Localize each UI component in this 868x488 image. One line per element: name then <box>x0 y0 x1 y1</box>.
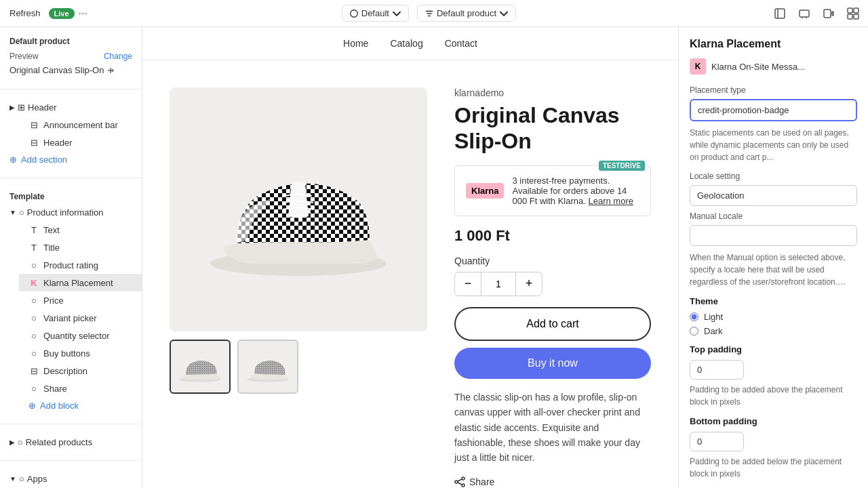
header-expand[interactable]: ▶ ⊞ Header <box>0 99 142 116</box>
quantity-increase[interactable]: + <box>515 272 542 296</box>
add-section-btn-1[interactable]: ⊕ Add section <box>0 151 142 168</box>
svg-rect-6 <box>854 8 859 13</box>
svg-rect-7 <box>848 14 852 19</box>
icon-btn-2[interactable] <box>795 4 814 23</box>
sidebar-related-section: ▶ ○ Related products <box>0 428 142 456</box>
preview-nav: Home Catalog Contact <box>142 27 678 60</box>
product-thumb-1[interactable] <box>170 340 231 394</box>
topbar-left: Refresh Live ··· <box>5 5 87 21</box>
share-icon <box>454 476 465 487</box>
theme-dark-row: Dark <box>690 326 857 336</box>
theme-light-radio[interactable] <box>690 312 698 321</box>
icon-btn-1[interactable] <box>770 4 789 23</box>
theme-dark-radio[interactable] <box>690 327 698 336</box>
refresh-button[interactable]: Refresh <box>5 5 45 21</box>
bottom-padding-input[interactable] <box>690 432 744 451</box>
locale-input[interactable] <box>690 185 857 206</box>
klarna-widget: Klarna 3 interest-free payments. Availab… <box>454 165 651 216</box>
topbar: Refresh Live ··· Default Default product <box>0 0 868 27</box>
svg-rect-2 <box>800 10 809 17</box>
svg-point-24 <box>462 477 465 480</box>
klarna-k-icon: K <box>690 58 706 75</box>
nav-home[interactable]: Home <box>343 38 368 49</box>
product-price: 1 000 Ft <box>454 227 651 245</box>
placement-type-label: Placement type <box>690 85 857 95</box>
placement-type-input[interactable] <box>690 99 857 121</box>
quantity-decrease[interactable]: − <box>454 272 481 296</box>
product-images <box>170 87 427 487</box>
sidebar-item-description[interactable]: ⊟ Description <box>19 362 142 380</box>
header-section-label: Header <box>28 102 57 113</box>
nav-catalog[interactable]: Catalog <box>390 38 422 49</box>
more-options-button[interactable]: ··· <box>79 7 87 20</box>
manual-locale-input[interactable] <box>690 225 857 246</box>
top-padding-input[interactable] <box>690 360 744 380</box>
topbar-right <box>770 4 863 23</box>
sidebar-item-header[interactable]: ⊟ Header <box>19 134 142 151</box>
panel-sub-label: Klarna On-Site Messa... <box>711 62 805 72</box>
preview-value: Original Canvas Slip-On <box>9 65 104 75</box>
template-label: Template <box>0 188 142 204</box>
klarna-learn-more[interactable]: Learn more <box>588 196 633 206</box>
svg-rect-5 <box>848 8 852 13</box>
sidebar-item-quantity[interactable]: ○ Quantity selector <box>19 327 142 344</box>
sidebar-item-announcement[interactable]: ⊟ Announcement bar <box>19 116 142 134</box>
theme-dropdown[interactable]: Default <box>342 5 409 22</box>
sidebar-item-title[interactable]: T Title <box>19 239 142 256</box>
product-thumbnail-row <box>170 340 427 394</box>
change-button[interactable]: Change <box>104 52 132 61</box>
sidebar: Default product Preview Change Original … <box>0 27 142 488</box>
nav-contact[interactable]: Contact <box>445 38 477 49</box>
product-description: The classic slip-on has a low profile, s… <box>454 390 651 466</box>
sidebar-item-variant-picker[interactable]: ○ Variant picker <box>19 309 142 327</box>
svg-rect-8 <box>854 14 859 19</box>
quantity-label: Quantity <box>454 256 651 266</box>
svg-rect-4 <box>832 12 833 16</box>
product-main-image <box>170 87 427 331</box>
sidebar-item-product-rating[interactable]: ○ Product rating <box>19 256 142 274</box>
preview-area: Home Catalog Contact <box>142 27 678 488</box>
live-badge: Live <box>49 8 75 19</box>
product-title: Original Canvas Slip-On <box>454 102 651 155</box>
icon-btn-4[interactable] <box>844 4 863 23</box>
sidebar-item-price[interactable]: ○ Price <box>19 291 142 309</box>
sidebar-item-klarna[interactable]: K Klarna Placement <box>19 274 142 291</box>
sidebar-header-section: Default product Preview Change Original … <box>0 27 142 85</box>
share-row[interactable]: Share <box>454 476 651 487</box>
theme-dark-label[interactable]: Dark <box>704 326 722 336</box>
right-panel: Klarna Placement K Klarna On-Site Messa.… <box>678 27 868 488</box>
product-info-expand[interactable]: ▼ ○ Product information <box>0 204 142 221</box>
product-dropdown[interactable]: Default product <box>417 5 516 22</box>
top-padding-desc: Padding to be added above the placement … <box>690 384 857 408</box>
sidebar-item-text[interactable]: T Text <box>19 221 142 239</box>
quantity-row: − + <box>454 272 651 296</box>
svg-point-25 <box>455 481 458 483</box>
sidebar-item-buy-buttons[interactable]: ○ Buy buttons <box>19 344 142 362</box>
svg-point-0 <box>351 9 358 17</box>
theme-section-label: Theme <box>690 296 857 306</box>
manual-locale-desc: When the Manual option is selected above… <box>690 251 857 288</box>
product-brand: klarnademo <box>454 87 651 98</box>
product-thumb-2[interactable] <box>237 340 298 394</box>
share-label: Share <box>469 476 494 487</box>
klarna-text: 3 interest-free payments. Available for … <box>512 176 639 206</box>
bottom-padding-label: Bottom padding <box>690 416 857 426</box>
sidebar-item-share[interactable]: ○ Share <box>19 380 142 397</box>
icon-btn-3[interactable] <box>819 4 838 23</box>
add-to-cart-button[interactable]: Add to cart <box>454 307 651 341</box>
svg-rect-1 <box>775 9 785 18</box>
theme-light-label[interactable]: Light <box>704 312 723 322</box>
klarna-logo: Klarna <box>466 183 504 199</box>
buy-now-button[interactable]: Buy it now <box>454 348 651 379</box>
default-product-label: Default product <box>0 33 142 49</box>
quantity-input[interactable] <box>481 272 515 296</box>
sidebar-apps-section: ▼ ○ Apps ⊕ Add block ⊕ Add section <box>0 465 142 488</box>
related-products-expand[interactable]: ▶ ○ Related products <box>0 434 142 451</box>
shoe-main-svg <box>197 128 400 291</box>
sidebar-template-group: Template ▼ ○ Product information T Text … <box>0 182 142 420</box>
product-container: klarnademo Original Canvas Slip-On Klarn… <box>142 60 678 488</box>
manual-locale-label: Manual Locale <box>690 211 857 221</box>
add-block-btn-1[interactable]: ⊕ Add block <box>19 397 142 414</box>
apps-expand[interactable]: ▼ ○ Apps <box>0 470 142 487</box>
topbar-center: Default Default product <box>93 5 765 22</box>
